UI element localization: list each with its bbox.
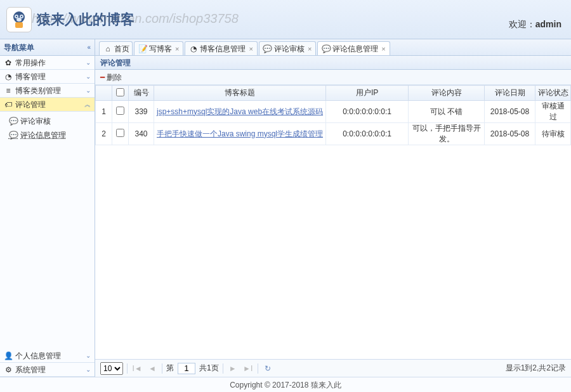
sidebar-item-blog[interactable]: ◔ 博客管理 ⌄	[0, 70, 95, 84]
user-icon: 👤	[4, 351, 13, 360]
last-page-button[interactable]: ►I	[242, 363, 254, 374]
tab-review[interactable]: 💬 评论审核 ×	[259, 41, 316, 55]
chat-icon: 💬	[9, 131, 18, 140]
cell-date: 2018-05-08	[485, 101, 535, 123]
pager-info: 显示1到2,共2记录	[506, 363, 566, 374]
chat-icon: 💬	[9, 117, 18, 126]
tab-label: 首页	[114, 42, 129, 55]
chat-icon: 💬	[263, 44, 272, 53]
tab-label: 评论审核	[274, 42, 305, 55]
delete-label: 删除	[107, 70, 122, 85]
cell-status: 审核通过	[535, 101, 571, 123]
cell-rownum: 2	[96, 123, 112, 145]
sidebar-item-label: 评论管理	[15, 98, 46, 112]
page-input[interactable]	[178, 363, 195, 374]
page-prefix: 第	[166, 363, 174, 374]
star-icon: ✿	[4, 58, 13, 67]
col-checkbox	[112, 86, 129, 101]
sidebar-item-comment[interactable]: 🏷 评论管理 ︽	[0, 98, 95, 112]
sidebar-item-label: 个人信息管理	[15, 349, 61, 363]
cell-status: 待审核	[535, 123, 571, 145]
site-title: 猿来入此的博客	[37, 10, 135, 29]
cell-checkbox	[112, 101, 129, 123]
cell-id: 340	[129, 123, 154, 145]
clock-icon: ◔	[189, 44, 198, 53]
close-icon[interactable]: ×	[174, 42, 180, 55]
welcome-prefix: 欢迎：	[509, 19, 535, 29]
tab-home[interactable]: ⌂ 首页	[99, 41, 133, 55]
panel-title: 评论管理	[95, 56, 571, 70]
nav-title: 导航菜单	[4, 39, 34, 56]
delete-button[interactable]: ━ 删除	[100, 70, 122, 85]
content-area: ⌂ 首页 📝 写博客 × ◔ 博客信息管理 × 💬 评论审核 × 💬 评论信息管…	[95, 39, 571, 377]
tag-icon: 🏷	[4, 100, 13, 109]
row-checkbox[interactable]	[116, 129, 124, 137]
tabs-bar: ⌂ 首页 📝 写博客 × ◔ 博客信息管理 × 💬 评论审核 × 💬 评论信息管…	[95, 39, 571, 56]
cell-title-link[interactable]: jsp+ssh+mysql实现的Java web在线考试系统源码	[154, 101, 326, 123]
chevron-down-icon: ⌄	[86, 84, 91, 98]
col-content[interactable]: 评论内容	[409, 86, 485, 101]
next-page-button[interactable]: ►	[227, 363, 239, 374]
subitem-label: 评论信息管理	[20, 128, 66, 142]
sidebar-item-common[interactable]: ✿ 常用操作 ⌄	[0, 56, 95, 70]
data-grid: 编号 博客标题 用户IP 评论内容 评论日期 评论状态 1 339 jsp+ss…	[95, 85, 571, 359]
close-icon[interactable]: ×	[380, 42, 386, 55]
chevron-down-icon: ⌄	[86, 349, 91, 363]
welcome-user: admin	[535, 19, 561, 29]
sidebar-item-category[interactable]: ≡ 博客类别管理 ⌄	[0, 84, 95, 98]
chevron-down-icon: ⌄	[86, 363, 91, 377]
subitem-comment-manage[interactable]: 💬 评论信息管理	[9, 128, 95, 142]
svg-point-5	[16, 18, 22, 22]
sidebar-item-system[interactable]: ⚙ 系统管理 ⌄	[0, 363, 95, 377]
table-row[interactable]: 2 340 手把手快速做一个Java swing mysql学生成绩管理 0:0…	[96, 123, 571, 145]
cell-ip: 0:0:0:0:0:0:0:1	[326, 123, 409, 145]
sidebar-item-label: 系统管理	[15, 363, 46, 377]
nav-submenu: 💬 评论审核 💬 评论信息管理	[0, 112, 95, 145]
tab-blog-info[interactable]: ◔ 博客信息管理 ×	[185, 41, 257, 55]
prev-page-button[interactable]: ◄	[147, 363, 158, 374]
select-all-checkbox[interactable]	[116, 88, 124, 96]
logo	[6, 7, 32, 32]
sidebar-item-profile[interactable]: 👤 个人信息管理 ⌄	[0, 349, 95, 363]
col-status[interactable]: 评论状态	[535, 86, 571, 101]
tab-label: 评论信息管理	[332, 42, 378, 55]
col-title[interactable]: 博客标题	[154, 86, 326, 101]
chevron-up-icon: ︽	[84, 98, 91, 112]
welcome-text: 欢迎：admin	[509, 19, 561, 30]
svg-point-4	[21, 15, 22, 16]
col-date[interactable]: 评论日期	[485, 86, 535, 101]
sidebar-item-label: 常用操作	[15, 56, 46, 70]
refresh-button[interactable]: ↻	[262, 363, 273, 374]
svg-point-3	[16, 15, 17, 16]
sidebar: 导航菜单 « ✿ 常用操作 ⌄ ◔ 博客管理 ⌄ ≡ 博客类别管理 ⌄ 🏷 评论…	[0, 39, 95, 377]
doc-icon: 📝	[138, 44, 147, 53]
tab-label: 博客信息管理	[200, 42, 246, 55]
close-icon[interactable]: ×	[306, 42, 313, 55]
home-icon: ⌂	[103, 44, 112, 53]
svg-rect-6	[15, 22, 23, 28]
chevron-down-icon: ⌄	[86, 56, 91, 70]
tab-comment-manage[interactable]: 💬 评论信息管理 ×	[317, 41, 390, 55]
sidebar-item-label: 博客管理	[15, 70, 46, 84]
clock-icon: ◔	[4, 72, 13, 81]
table-row[interactable]: 1 339 jsp+ssh+mysql实现的Java web在线考试系统源码 0…	[96, 101, 571, 123]
gear-icon: ⚙	[4, 365, 13, 374]
toolbar: ━ 删除	[95, 70, 571, 85]
cell-title-link[interactable]: 手把手快速做一个Java swing mysql学生成绩管理	[154, 123, 326, 145]
sidebar-item-label: 博客类别管理	[15, 84, 61, 98]
cell-rownum: 1	[96, 101, 112, 123]
col-ip[interactable]: 用户IP	[326, 86, 409, 101]
list-icon: ≡	[4, 86, 13, 95]
tab-label: 写博客	[149, 42, 172, 55]
row-checkbox[interactable]	[116, 107, 124, 115]
footer: Copyright © 2017-2018 猿来入此	[0, 377, 571, 392]
page-size-select[interactable]: 10	[100, 362, 123, 375]
col-rownum	[96, 86, 112, 101]
col-id[interactable]: 编号	[129, 86, 154, 101]
collapse-icon[interactable]: «	[87, 39, 91, 56]
tab-write[interactable]: 📝 写博客 ×	[134, 41, 183, 55]
first-page-button[interactable]: I◄	[131, 363, 143, 374]
chat-icon: 💬	[322, 44, 331, 53]
subitem-review[interactable]: 💬 评论审核	[9, 114, 95, 128]
close-icon[interactable]: ×	[247, 42, 254, 55]
